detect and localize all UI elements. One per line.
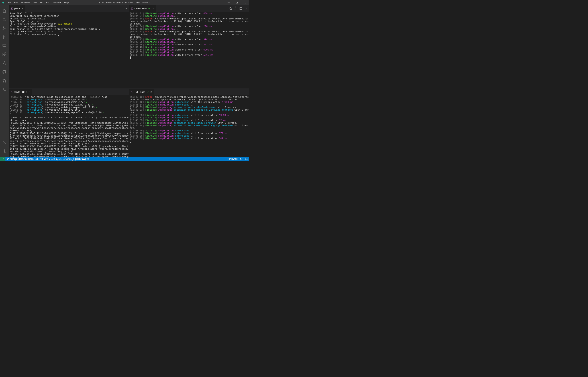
svg-point-37 bbox=[54, 159, 54, 159]
svg-point-27 bbox=[125, 92, 126, 92]
svg-rect-5 bbox=[3, 44, 6, 47]
more-icon[interactable] bbox=[244, 90, 247, 93]
tab-label: Code - OSS bbox=[14, 91, 27, 93]
check-icon bbox=[146, 91, 149, 93]
accounts-icon[interactable] bbox=[0, 138, 9, 147]
pull-request-status[interactable]: Pull Request #127889 bbox=[63, 157, 90, 161]
source-control-icon[interactable] bbox=[0, 24, 9, 33]
tab-actions bbox=[124, 90, 129, 93]
svg-rect-19 bbox=[131, 8, 133, 9]
terminal-output[interactable]: [09:04:31] Finished compilation with 1 e… bbox=[129, 12, 249, 88]
svg-point-30 bbox=[245, 92, 245, 92]
tab-ext-build[interactable]: Ext - Build✕ bbox=[129, 89, 154, 95]
terminal-output[interactable]: PowerShell 7.1.3Copyright (c) Microsoft … bbox=[9, 12, 129, 88]
svg-point-42 bbox=[66, 159, 66, 160]
menu-file[interactable]: File bbox=[6, 0, 13, 5]
notifications-icon[interactable] bbox=[244, 157, 249, 161]
editor-area: pwsh✕PowerShell 7.1.3Copyright (c) Micro… bbox=[9, 5, 249, 157]
close-icon[interactable]: ✕ bbox=[28, 91, 31, 93]
tab-label: Ext - Build bbox=[135, 91, 145, 93]
svg-rect-15 bbox=[11, 8, 13, 9]
more-icon[interactable] bbox=[244, 7, 247, 10]
svg-point-40 bbox=[65, 158, 65, 158]
terminal-icon bbox=[11, 7, 13, 10]
terminal-icon bbox=[11, 91, 13, 93]
terminal-side-icon[interactable] bbox=[0, 85, 9, 94]
menubar: FileEditSelectionViewGoRunTerminalHelp bbox=[6, 0, 70, 5]
svg-rect-20 bbox=[230, 8, 232, 10]
close-button[interactable] bbox=[241, 0, 249, 5]
tab-actions bbox=[229, 6, 249, 11]
search-icon[interactable] bbox=[0, 15, 9, 24]
menu-terminal[interactable]: Terminal bbox=[52, 0, 63, 5]
problems-indicator[interactable]: 0 0 bbox=[39, 157, 51, 161]
svg-rect-8 bbox=[5, 55, 6, 56]
testing-icon[interactable] bbox=[0, 59, 9, 68]
svg-point-10 bbox=[3, 79, 4, 80]
ports-indicator[interactable]: 2 bbox=[51, 157, 58, 161]
copy-icon[interactable] bbox=[229, 7, 232, 10]
svg-point-18 bbox=[126, 8, 127, 9]
svg-point-43 bbox=[240, 158, 242, 160]
menu-view[interactable]: View bbox=[31, 0, 39, 5]
editor-pane-bl: Code - OSS✕[11:55:40] You can manage bui… bbox=[9, 89, 129, 161]
minimize-button[interactable] bbox=[225, 0, 233, 5]
maximize-button[interactable] bbox=[233, 0, 241, 5]
menu-selection[interactable]: Selection bbox=[19, 0, 31, 5]
svg-point-13 bbox=[4, 141, 5, 142]
branch-indicator[interactable]: merogge/terminal-editor bbox=[5, 157, 34, 161]
close-icon[interactable]: ✕ bbox=[21, 7, 23, 10]
settings-gear-icon[interactable] bbox=[0, 147, 9, 155]
terminal-icon bbox=[131, 7, 133, 10]
svg-point-41 bbox=[65, 159, 65, 160]
terminal-output[interactable]: [11:55:40] You can manage built-in exten… bbox=[9, 95, 129, 161]
split-icon[interactable] bbox=[239, 7, 242, 10]
tab-core-build[interactable]: Core - Build✕ bbox=[129, 5, 156, 12]
svg-point-16 bbox=[125, 8, 125, 9]
editor-pane-tr: Core - Build✕[09:04:31] Finished compila… bbox=[129, 5, 249, 89]
svg-point-14 bbox=[4, 151, 5, 152]
tab-actions bbox=[124, 7, 129, 10]
svg-point-4 bbox=[5, 28, 6, 29]
more-icon[interactable] bbox=[124, 90, 127, 93]
remote-indicator[interactable] bbox=[0, 157, 5, 161]
tab-code-oss[interactable]: Code - OSS✕ bbox=[9, 89, 33, 95]
menu-help[interactable]: Help bbox=[63, 0, 70, 5]
run-debug-icon[interactable] bbox=[0, 33, 9, 41]
svg-rect-9 bbox=[5, 53, 6, 54]
svg-point-17 bbox=[125, 8, 126, 9]
svg-rect-0 bbox=[236, 2, 237, 3]
terminal-icon bbox=[131, 91, 133, 93]
github-icon[interactable] bbox=[0, 68, 9, 76]
menu-run[interactable]: Run bbox=[45, 0, 52, 5]
tab-pwsh[interactable]: pwsh✕ bbox=[9, 5, 25, 12]
close-icon[interactable]: ✕ bbox=[150, 91, 152, 93]
svg-point-38 bbox=[53, 158, 55, 160]
editor-pane-br: Ext - Build✕[13:46:10] Error: C:/Users/m… bbox=[129, 89, 249, 161]
svg-point-12 bbox=[5, 82, 6, 82]
menu-edit[interactable]: Edit bbox=[13, 0, 19, 5]
reviewing-status[interactable]: Reviewing bbox=[226, 157, 239, 161]
explorer-icon[interactable] bbox=[0, 7, 9, 15]
remote-explorer-icon[interactable] bbox=[0, 41, 9, 50]
titlebar: FileEditSelectionViewGoRunTerminalHelp C… bbox=[0, 0, 249, 5]
svg-point-33 bbox=[7, 158, 7, 158]
pull-request-icon[interactable] bbox=[0, 76, 9, 85]
svg-rect-6 bbox=[3, 53, 4, 54]
extensions-icon[interactable] bbox=[0, 50, 9, 59]
tab-bar: Core - Build✕ bbox=[129, 5, 249, 12]
add-icon[interactable] bbox=[234, 6, 237, 11]
svg-point-39 bbox=[60, 159, 61, 159]
menu-go[interactable]: Go bbox=[39, 0, 45, 5]
sync-indicator[interactable] bbox=[34, 157, 39, 161]
close-icon[interactable]: ✕ bbox=[152, 7, 154, 10]
more-icon[interactable] bbox=[124, 7, 127, 10]
terminal-output[interactable]: [13:46:10] Error: C:/Users/merogge/repos… bbox=[129, 95, 249, 161]
svg-rect-25 bbox=[11, 91, 13, 93]
feedback-icon[interactable] bbox=[239, 157, 244, 161]
svg-point-23 bbox=[246, 8, 246, 9]
tab-label: pwsh bbox=[14, 7, 20, 10]
tab-label: Core - Build bbox=[135, 7, 147, 10]
svg-point-28 bbox=[126, 92, 127, 92]
debug-hint[interactable] bbox=[58, 157, 63, 161]
